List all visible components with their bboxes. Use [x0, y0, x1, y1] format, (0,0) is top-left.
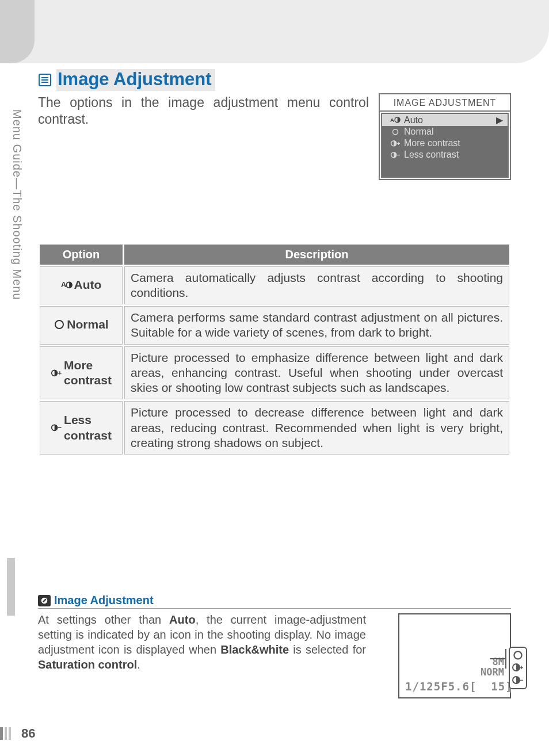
- more-contrast-icon: +: [390, 139, 401, 147]
- option-label: Morecontrast: [64, 358, 112, 388]
- side-column: Menu Guide—The Shooting Menu: [0, 63, 35, 756]
- table-header-description: Description: [124, 245, 509, 265]
- auto-contrast-icon: A: [390, 116, 401, 124]
- svg-point-6: [393, 129, 398, 135]
- menu-item-label: Normal: [404, 127, 434, 137]
- table-row: −Lesscontrast Picture processed to decre…: [40, 401, 509, 455]
- note-pencil-icon: [38, 595, 51, 606]
- option-label: Lesscontrast: [64, 413, 112, 443]
- icon-callout: + −: [509, 647, 527, 689]
- svg-point-13: [55, 320, 63, 329]
- less-contrast-icon: −: [390, 151, 401, 159]
- table-row: AAuto Camera automatically adjusts contr…: [40, 266, 509, 305]
- callout-line: [490, 658, 505, 659]
- menu-title: IMAGE ADJUSTMENT: [380, 94, 510, 112]
- lcd-display: 8M NORM 1/125 F5.6 [ 15] + −: [398, 613, 511, 698]
- page-footer: 86: [0, 726, 35, 741]
- svg-text:−: −: [58, 424, 62, 432]
- footer-bars-icon: [0, 727, 11, 740]
- side-strip: [7, 558, 15, 616]
- lcd-norm: NORM: [481, 667, 504, 678]
- chevron-right-icon: ▶: [496, 114, 503, 125]
- menu-item-less: − Less contrast: [382, 149, 508, 161]
- option-description: Picture processed to emphasize differenc…: [124, 346, 509, 400]
- svg-text:+: +: [58, 369, 62, 376]
- option-description: Camera performs same standard contrast a…: [124, 306, 509, 345]
- svg-point-19: [514, 651, 521, 659]
- header-bar: [0, 0, 549, 63]
- menu-item-label: More contrast: [404, 138, 460, 148]
- options-table: Option Description AAuto Camera automati…: [38, 243, 511, 457]
- section-breadcrumb: Menu Guide—The Shooting Menu: [10, 109, 24, 300]
- table-row: Normal Camera performs same standard con…: [40, 306, 509, 345]
- lcd-shots: [ 15]: [470, 680, 513, 693]
- more-contrast-icon: +: [512, 663, 524, 673]
- section-title: Image Adjustment: [56, 69, 215, 91]
- menu-item-label: Auto: [404, 115, 423, 125]
- svg-text:−: −: [520, 677, 523, 684]
- svg-text:+: +: [520, 664, 523, 671]
- auto-contrast-icon: A: [61, 279, 73, 291]
- svg-text:−: −: [397, 152, 401, 158]
- menu-item-normal: Normal: [382, 126, 508, 138]
- less-contrast-icon: −: [512, 675, 524, 686]
- svg-text:A: A: [390, 117, 394, 123]
- option-label: Normal: [67, 317, 108, 332]
- option-description: Camera automatically adjusts contrast ac…: [124, 266, 509, 305]
- svg-text:A: A: [61, 281, 66, 289]
- menu-item-label: Less contrast: [404, 150, 459, 160]
- svg-text:+: +: [397, 140, 401, 147]
- option-label: Auto: [74, 277, 102, 292]
- menu-item-auto: A Auto ▶: [382, 114, 508, 126]
- side-tab: [0, 0, 35, 63]
- menu-item-more: + More contrast: [382, 138, 508, 149]
- page-number: 86: [21, 726, 35, 741]
- lcd-aperture: F5.6: [441, 680, 470, 693]
- more-contrast-icon: +: [51, 367, 62, 379]
- note-title: Image Adjustment: [54, 594, 154, 607]
- intro-text: The options in the image adjustment menu…: [38, 94, 369, 128]
- normal-contrast-icon: [54, 319, 65, 330]
- note-body: At settings other than Auto, the current…: [38, 612, 366, 672]
- less-contrast-icon: −: [51, 422, 62, 434]
- lcd-shutter: 1/125: [405, 680, 441, 693]
- menu-list-icon: [38, 73, 52, 87]
- table-row: +Morecontrast Picture processed to empha…: [40, 346, 509, 400]
- option-description: Picture processed to decrease difference…: [124, 401, 509, 455]
- table-header-option: Option: [40, 245, 123, 265]
- normal-contrast-icon: [390, 128, 401, 136]
- camera-menu-screenshot: IMAGE ADJUSTMENT A Auto ▶ Normal + More …: [379, 93, 511, 180]
- normal-contrast-icon: [512, 650, 524, 660]
